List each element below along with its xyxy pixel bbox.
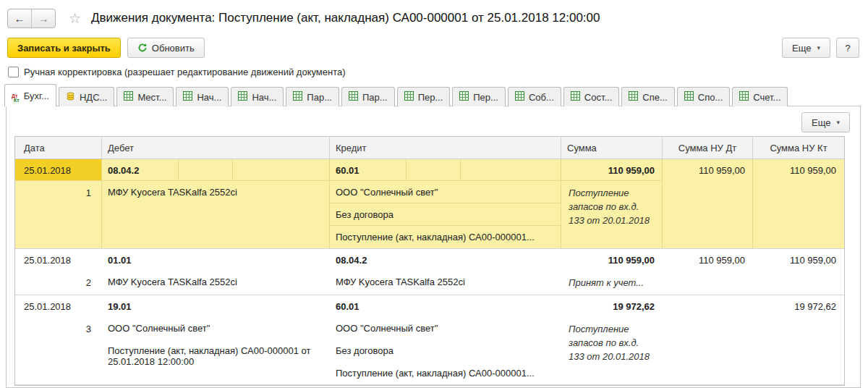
tab-label: Сост...: [584, 92, 612, 103]
date-cell[interactable]: 25.01.2018: [15, 295, 102, 317]
table-grid-icon: [629, 91, 638, 103]
subconto-divider: [178, 159, 179, 180]
tab-item[interactable]: Счет...: [732, 87, 788, 106]
row-number-cell[interactable]: 1: [15, 181, 102, 248]
manual-correction-checkbox[interactable]: [8, 67, 19, 77]
credit-details: ООО "Солнечный свет"Без договораПоступле…: [330, 317, 561, 384]
table-grid-icon: [293, 91, 302, 103]
manual-correction-label: Ручная корректировка (разрешает редактир…: [24, 67, 346, 77]
amount-nu-kt-cell[interactable]: 110 959,00: [753, 249, 844, 295]
credit-detail-cell[interactable]: ООО "Солнечный свет": [330, 317, 561, 340]
table-grid-icon: [684, 91, 694, 103]
favorite-star-icon[interactable]: ☆: [69, 10, 81, 27]
tab-item[interactable]: Пер...: [452, 87, 506, 106]
debit-details: ООО "Солнечный свет"Поступление (акт, на…: [102, 317, 330, 384]
amount-cell[interactable]: 110 959,00: [561, 249, 663, 271]
tab-label: Бухг...: [24, 90, 49, 101]
help-label: ?: [845, 43, 850, 54]
table-more-label: Еще: [812, 117, 830, 128]
date-cell[interactable]: 25.01.2018: [15, 249, 102, 271]
manual-correction-row: Ручная корректировка (разрешает редактир…: [8, 67, 346, 77]
tab-label: Спо...: [698, 92, 723, 103]
tab-label: Пар...: [362, 92, 388, 103]
refresh-button[interactable]: Обновить: [127, 38, 205, 58]
credit-detail-cell[interactable]: Поступление (акт, накладная) СА00-000001…: [330, 362, 561, 384]
credit-detail-cell[interactable]: Без договора: [330, 203, 561, 226]
tab-label: Нач...: [197, 92, 221, 103]
more-button[interactable]: Еще ▾: [782, 38, 830, 58]
debit-detail-cell[interactable]: Поступление (акт, накладная) СА00-000001…: [102, 340, 329, 367]
table-grid-icon: [515, 91, 524, 103]
amount-cell[interactable]: 19 972,62: [561, 295, 663, 317]
tab-item[interactable]: Спо...: [677, 87, 731, 106]
table-grid-icon: [238, 91, 247, 103]
row-number-cell[interactable]: 3: [15, 317, 102, 384]
table-grid-icon: [739, 91, 749, 103]
tab-item[interactable]: Пар...: [286, 87, 339, 106]
col-header-amount[interactable]: Сумма: [561, 137, 663, 159]
table-grid-icon: [571, 91, 580, 103]
credit-detail-cell[interactable]: МФУ Kyocera TASKalfa 2552ci: [330, 271, 561, 293]
col-header-amount-nu-dt[interactable]: Сумма НУ Дт: [663, 137, 753, 159]
table-grid-icon: [124, 91, 133, 103]
help-button[interactable]: ?: [836, 38, 859, 58]
credit-account-cell[interactable]: 60.01: [330, 159, 561, 181]
col-header-debit[interactable]: Дебет: [102, 137, 330, 159]
tab-item[interactable]: Сост...: [563, 87, 619, 106]
save-and-close-label: Записать и закрыть: [17, 43, 111, 54]
tab-item[interactable]: НДС...: [59, 87, 114, 106]
tab-item[interactable]: Нач...: [231, 87, 284, 106]
tab-item[interactable]: Нач...: [176, 87, 229, 106]
credit-detail-cell[interactable]: ООО "Солнечный свет": [330, 181, 561, 203]
more-label: Еще: [792, 43, 811, 54]
dropdown-arrow-icon: ▾: [836, 119, 840, 126]
comment-cell[interactable]: Поступление запасов по вх.д. 133 от 20.0…: [561, 317, 663, 384]
debit-detail-cell[interactable]: МФУ Kyocera TASKalfa 2552ci: [102, 271, 329, 293]
credit-detail-cell[interactable]: Без договора: [330, 340, 561, 362]
amount-nu-dt-cell[interactable]: 110 959,00: [663, 249, 753, 295]
amount-nu-kt-cell[interactable]: 110 959,00: [753, 159, 844, 248]
tab-label: Нач...: [252, 92, 276, 103]
tab-label: Мест...: [137, 92, 166, 103]
debit-detail-cell[interactable]: ООО "Солнечный свет": [102, 317, 329, 340]
back-button[interactable]: ←: [8, 9, 31, 28]
amount-nu-dt-cell[interactable]: [663, 295, 753, 384]
movements-panel: Еще ▾ Дата Дебет Кредит Сумма Сумма НУ Д…: [6, 106, 861, 388]
tab-label: Пер...: [418, 92, 443, 103]
tab-item[interactable]: Пер...: [397, 87, 451, 106]
tab-item[interactable]: Мест...: [116, 87, 174, 106]
tab-label: Соб...: [529, 92, 554, 103]
comment-cell[interactable]: Поступление запасов по вх.д. 133 от 20.0…: [561, 181, 663, 248]
col-header-date[interactable]: Дата: [15, 137, 102, 159]
col-header-credit[interactable]: Кредит: [330, 137, 561, 159]
subconto-divider: [460, 159, 461, 180]
tab-item[interactable]: Пар...: [341, 87, 395, 106]
forward-button[interactable]: →: [31, 9, 55, 28]
credit-account-cell[interactable]: 08.04.2: [330, 249, 561, 271]
comment-cell[interactable]: Принят к учет...: [561, 271, 663, 295]
table-row: 25.01.201808.04.260.01110 959,00110 959,…: [15, 159, 844, 249]
row-number-cell[interactable]: 2: [15, 271, 102, 295]
tab-active[interactable]: ДтКтБухг...: [4, 84, 56, 106]
date-cell[interactable]: 25.01.2018: [15, 159, 102, 181]
amount-nu-dt-cell[interactable]: 110 959,00: [663, 159, 753, 248]
amount-nu-kt-cell[interactable]: 19 972,62: [753, 295, 844, 384]
debit-account-cell[interactable]: 01.01: [102, 249, 330, 271]
tab-item[interactable]: Соб...: [508, 87, 561, 106]
credit-details: МФУ Kyocera TASKalfa 2552ci: [330, 271, 561, 295]
credit-account-cell[interactable]: 60.01: [330, 295, 561, 317]
tab-label: Счет...: [753, 92, 780, 103]
amount-cell[interactable]: 110 959,00: [561, 159, 663, 181]
movements-table: Дата Дебет Кредит Сумма Сумма НУ Дт Сумм…: [14, 136, 845, 386]
save-and-close-button[interactable]: Записать и закрыть: [7, 38, 121, 58]
debit-detail-cell[interactable]: МФУ Kyocera TASKalfa 2552ci: [102, 181, 329, 203]
debit-account-cell[interactable]: 19.01: [102, 295, 330, 317]
toolbar: Записать и закрыть Обновить Еще ▾ ?: [7, 38, 859, 58]
tab-bar: ДтКтБухг...НДС...Мест...Нач...Нач...Пар.…: [4, 84, 788, 106]
col-header-amount-nu-kt[interactable]: Сумма НУ Кт: [753, 137, 844, 159]
debit-account-cell[interactable]: 08.04.2: [102, 159, 330, 181]
table-rows: 25.01.201808.04.260.01110 959,00110 959,…: [15, 159, 844, 385]
tab-item[interactable]: Спе...: [621, 87, 675, 106]
table-more-button[interactable]: Еще ▾: [801, 112, 850, 132]
credit-detail-cell[interactable]: Поступление (акт, накладная) СА00-000001…: [330, 226, 561, 248]
